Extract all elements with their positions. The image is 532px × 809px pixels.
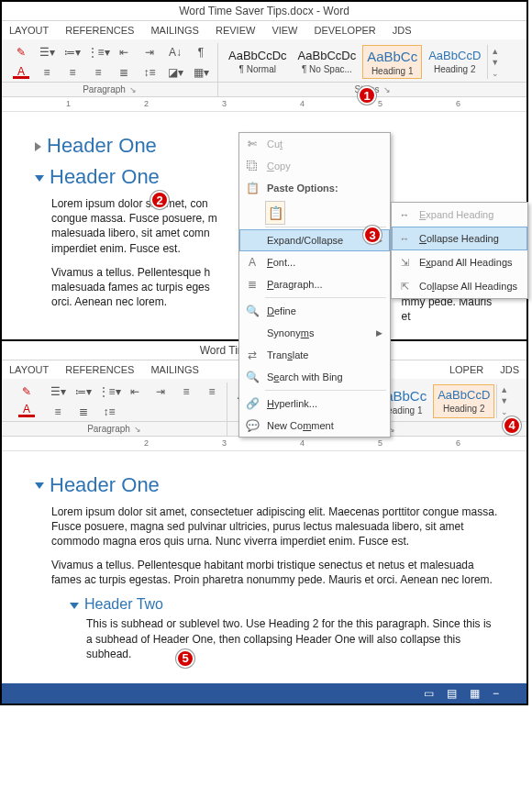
tab-layout[interactable]: LAYOUT: [9, 25, 49, 36]
paragraph-2-full[interactable]: Vivamus a tellus. Pellentesque habitant …: [51, 558, 499, 587]
ctx-translate[interactable]: ⇄Translate: [239, 344, 390, 366]
style-heading-2[interactable]: AaBbCcD Heading 2: [433, 384, 494, 418]
ruler[interactable]: 1 2 3 4 5 6: [2, 97, 526, 112]
numbering-icon[interactable]: ≔▾: [64, 45, 81, 60]
zoom-out-icon[interactable]: −: [493, 687, 499, 700]
ctx-synonyms[interactable]: Synonyms▶: [239, 322, 390, 344]
styles-more-icon[interactable]: ⌄: [492, 69, 499, 78]
tab-developer-cut[interactable]: LOPER: [449, 364, 483, 375]
format-painter-icon[interactable]: ✎: [18, 384, 35, 399]
style-heading-1[interactable]: AaBbCc Heading 1: [362, 45, 422, 79]
paste-keep-source-button[interactable]: 📋: [265, 201, 285, 225]
align-right-icon[interactable]: ≡: [90, 65, 106, 80]
clipboard-icon: 📋: [268, 205, 283, 220]
decrease-indent-icon[interactable]: ⇤: [127, 384, 143, 399]
font-color-icon[interactable]: A: [13, 66, 29, 79]
bullets-icon[interactable]: ☰▾: [39, 45, 55, 60]
styles-more-icon[interactable]: ⌄: [501, 407, 508, 416]
callout-1: 1: [358, 86, 376, 105]
font-color-icon[interactable]: A: [18, 404, 35, 417]
paragraph-2-left[interactable]: Vivamus a tellus. Pellentesque h malesua…: [51, 265, 255, 325]
align-left-icon[interactable]: ≡: [39, 65, 55, 80]
styles-group: AaBbCcDc ¶ Normal AaBbCcDc ¶ No Spac... …: [218, 43, 521, 82]
cut-icon: ✄: [245, 137, 260, 151]
shading-icon[interactable]: ◪▾: [167, 65, 183, 80]
multilevel-icon[interactable]: ⋮≡▾: [101, 384, 117, 399]
decrease-indent-icon[interactable]: ⇤: [116, 45, 132, 60]
increase-indent-icon[interactable]: ⇥: [152, 384, 169, 399]
paragraph-dialog-launcher-icon[interactable]: ↘: [129, 85, 137, 94]
paragraph-icon: ≣: [245, 277, 260, 292]
read-mode-icon[interactable]: ▭: [424, 687, 434, 700]
align-right-icon[interactable]: ≡: [50, 404, 66, 419]
ribbon: ✎ ☰▾ ≔▾ ⋮≡▾ ⇤ ⇥ A↓ ¶ A ≡ ≡ ≡ ≣ ↕≡ ◪▾ ▦▾: [2, 39, 526, 83]
style-normal[interactable]: AaBbCcDc ¶ Normal: [224, 45, 292, 79]
sub-expand-all[interactable]: ⇲Expand All Headings: [392, 250, 527, 274]
tab-references[interactable]: REFERENCES: [65, 25, 134, 36]
tab-view[interactable]: VIEW: [272, 25, 297, 36]
paragraph-1-full[interactable]: Lorem ipsum dolor sit amet, consectetuer…: [51, 504, 499, 549]
tab-references[interactable]: REFERENCES: [65, 364, 134, 375]
format-painter-icon[interactable]: ✎: [13, 45, 29, 60]
justify-icon[interactable]: ≣: [116, 65, 132, 80]
comment-icon: 💬: [245, 418, 260, 433]
increase-indent-icon[interactable]: ⇥: [141, 45, 158, 60]
styles-dialog-launcher-icon[interactable]: ↘: [383, 85, 391, 94]
ctx-hyperlink[interactable]: 🔗Hyperlink...: [239, 393, 390, 415]
style-heading-2[interactable]: AaBbCcD Heading 2: [424, 45, 485, 79]
define-icon: 🔍: [245, 304, 260, 318]
callout-4: 4: [503, 416, 521, 435]
heading-2[interactable]: Header Two: [70, 596, 499, 613]
sub-collapse-heading[interactable]: ↔Collapse Heading: [392, 227, 527, 250]
tab-jds[interactable]: JDS: [500, 364, 519, 375]
print-layout-icon[interactable]: ▤: [447, 687, 457, 700]
line-spacing-icon[interactable]: ↕≡: [101, 404, 117, 419]
sort-icon[interactable]: A↓: [167, 45, 183, 60]
tab-jds[interactable]: JDS: [393, 25, 412, 36]
bullets-icon[interactable]: ☰▾: [50, 384, 66, 399]
align-left-icon[interactable]: ≡: [178, 384, 194, 399]
ruler-2[interactable]: 2 3 4 5 6: [2, 437, 526, 451]
collapse-triangle-down-icon[interactable]: [35, 175, 44, 182]
context-menu: ✄Cut ⿻Copy 📋Paste Options: 📋 Expand/Coll…: [238, 132, 391, 438]
document-area-2[interactable]: Header One Lorem ipsum dolor sit amet, c…: [2, 451, 526, 684]
collapse-triangle-down-icon[interactable]: [35, 482, 44, 489]
sub-expand-heading: ↔Expand Heading: [392, 203, 527, 227]
tab-layout[interactable]: LAYOUT: [9, 364, 49, 375]
ctx-define[interactable]: 🔍Define: [239, 300, 390, 322]
heading-1-expanded[interactable]: Header One: [35, 473, 499, 497]
tab-review[interactable]: REVIEW: [216, 25, 255, 36]
paragraph-dialog-launcher-icon[interactable]: ↘: [134, 425, 141, 434]
borders-icon[interactable]: ▦▾: [193, 65, 209, 80]
collapse-triangle-down-icon[interactable]: [70, 603, 79, 609]
multilevel-icon[interactable]: ⋮≡▾: [90, 45, 106, 60]
justify-icon[interactable]: ≣: [75, 404, 92, 419]
copy-icon: ⿻: [245, 159, 260, 173]
show-marks-icon[interactable]: ¶: [193, 45, 209, 60]
window-title: Word Time Saver Tips.docx - Word: [2, 2, 526, 21]
web-layout-icon[interactable]: ▦: [470, 687, 480, 700]
style-no-spacing[interactable]: AaBbCcDc ¶ No Spac...: [294, 45, 361, 79]
collapse-triangle-right-icon[interactable]: [35, 142, 41, 151]
sub-collapse-all[interactable]: ⇱Collapse All Headings: [392, 274, 527, 298]
styles-scroll[interactable]: ▲ ▼ ⌄: [496, 384, 509, 418]
tab-mailings[interactable]: MAILINGS: [150, 364, 199, 375]
ctx-search-bing[interactable]: 🔍Search with Bing: [239, 366, 390, 388]
align-center-icon[interactable]: ≡: [204, 384, 220, 399]
tab-mailings[interactable]: MAILINGS: [150, 25, 199, 36]
line-spacing-icon[interactable]: ↕≡: [141, 65, 158, 80]
callout-2: 2: [150, 191, 169, 209]
paragraph-3[interactable]: This is subhead or sublevel two. Use Hea…: [86, 616, 499, 661]
ctx-new-comment[interactable]: 💬New Comment: [239, 415, 390, 437]
chevron-down-icon[interactable]: ▼: [500, 396, 508, 405]
chevron-down-icon[interactable]: ▼: [491, 58, 499, 67]
ctx-cut: ✄Cut: [239, 133, 390, 155]
numbering-icon[interactable]: ≔▾: [75, 384, 92, 399]
chevron-up-icon[interactable]: ▲: [500, 385, 508, 394]
chevron-up-icon[interactable]: ▲: [491, 47, 499, 56]
ctx-paragraph[interactable]: ≣Paragraph...: [239, 273, 390, 295]
ctx-font[interactable]: AFont...: [239, 251, 390, 273]
align-center-icon[interactable]: ≡: [64, 65, 81, 80]
tab-developer[interactable]: DEVELOPER: [315, 25, 376, 36]
styles-scroll[interactable]: ▲ ▼ ⌄: [487, 45, 500, 79]
